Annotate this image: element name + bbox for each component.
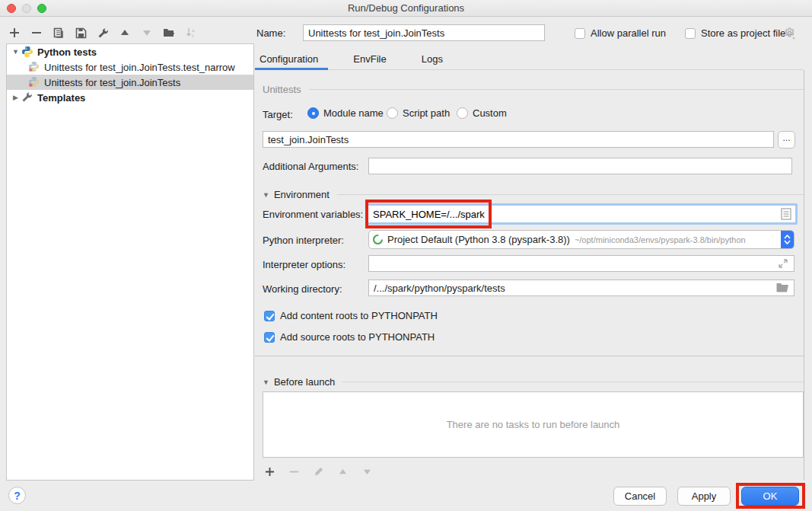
working-directory-input[interactable] [368, 279, 794, 296]
checkbox-unchecked[interactable] [685, 28, 696, 39]
edit-task-pencil-icon [311, 465, 325, 478]
radio-module-name[interactable]: Module name [307, 107, 384, 119]
sort-configurations-icon: az [184, 26, 198, 40]
unittests-section-title: Unittests [263, 84, 301, 95]
store-as-project-file-checkbox[interactable]: Store as project file [685, 27, 785, 39]
tree-item-templates[interactable]: ▶ Templates [7, 90, 253, 105]
additional-arguments-input[interactable] [368, 158, 792, 174]
radio-custom-label: Custom [473, 107, 507, 119]
tree-item-unittests-narrow[interactable]: Unittests for test_join.JoinTests.test_n… [7, 59, 253, 75]
target-input[interactable] [263, 131, 774, 148]
radio-module-name-label: Module name [323, 107, 384, 119]
add-task-button[interactable] [263, 465, 276, 478]
store-as-project-file-label: Store as project file [701, 27, 785, 39]
add-content-roots-checkbox[interactable]: Add content roots to PYTHONPATH [264, 310, 438, 321]
before-launch-section-header[interactable]: ▼ Before launch [263, 376, 804, 388]
wrench-icon [21, 91, 33, 104]
environment-variables-field[interactable] [366, 203, 798, 225]
add-source-roots-label: Add source roots to PYTHONPATH [280, 331, 435, 343]
working-directory-label: Working directory: [263, 283, 342, 295]
panel-right-border [804, 70, 804, 481]
move-up-icon[interactable] [118, 26, 132, 40]
interpreter-value: Project Default (Python 3.8 (pyspark-3.8… [384, 234, 781, 245]
edit-templates-wrench-icon[interactable] [96, 26, 110, 40]
window-title: Run/Debug Configurations [0, 2, 812, 14]
allow-parallel-run-label: Allow parallel run [591, 27, 666, 39]
move-task-up-icon [336, 465, 349, 478]
svg-text:z: z [192, 34, 194, 38]
interpreter-options-input[interactable] [368, 255, 794, 272]
interpreter-options-label: Interpreter options: [263, 259, 345, 270]
configurations-toolbar: az [8, 24, 198, 41]
environment-variables-label: Environment variables: [263, 209, 363, 220]
conda-env-icon [372, 234, 384, 245]
checkbox-checked[interactable] [264, 311, 275, 321]
chevron-down-icon[interactable]: ▼ [263, 378, 269, 386]
tab-logs[interactable]: Logs [417, 52, 447, 70]
help-button[interactable]: ? [8, 487, 26, 504]
radio-script-path[interactable]: Script path [387, 107, 450, 119]
tabs-divider [255, 69, 804, 70]
allow-parallel-run-checkbox[interactable]: Allow parallel run [575, 27, 666, 39]
expand-field-icon[interactable] [778, 258, 788, 271]
tree-item-label: Unittests for test_join.JoinTests [44, 77, 180, 88]
tree-item-unittests-jointests[interactable]: Unittests for test_join.JoinTests [7, 75, 253, 90]
tree-item-label: Templates [37, 92, 85, 104]
tree-item-python-tests[interactable]: ▼ Python tests [7, 44, 253, 59]
apply-button[interactable]: Apply [677, 487, 731, 506]
chevron-down-icon[interactable]: ▼ [11, 48, 20, 56]
section-rule [309, 89, 804, 90]
chevron-down-icon[interactable]: ▼ [263, 191, 269, 199]
unittests-section-header: Unittests [263, 84, 804, 95]
cancel-button[interactable]: Cancel [613, 487, 667, 506]
gear-icon[interactable] [783, 27, 797, 40]
python-test-icon [28, 61, 40, 73]
environment-variables-input[interactable] [368, 206, 781, 222]
remove-task-button [287, 465, 301, 478]
run-debug-configurations-dialog: Run/Debug Configurations az ▼ Pyt [0, 0, 812, 511]
dropdown-stepper-icon[interactable] [781, 230, 794, 249]
checkbox-checked[interactable] [264, 332, 275, 343]
move-down-icon [140, 26, 154, 40]
create-folder-icon[interactable] [162, 26, 176, 40]
section-rule [337, 194, 804, 195]
browse-env-variables-icon[interactable] [781, 208, 791, 220]
tree-item-label: Unittests for test_join.JoinTests.test_n… [44, 62, 235, 73]
python-interpreter-dropdown[interactable]: Project Default (Python 3.8 (pyspark-3.8… [368, 230, 794, 249]
remove-configuration-button[interactable] [30, 26, 43, 40]
interpreter-path: ~/opt/miniconda3/envs/pyspark-3.8/bin/py… [575, 235, 746, 244]
interpreter-name: Project Default (Python 3.8 (pyspark-3.8… [387, 234, 570, 245]
before-launch-task-list: There are no tasks to run before launch [263, 391, 804, 458]
name-input[interactable] [303, 24, 545, 41]
add-source-roots-checkbox[interactable]: Add source roots to PYTHONPATH [264, 331, 435, 343]
configurations-tree: ▼ Python tests Unittests for test_join.J… [6, 43, 254, 481]
add-content-roots-label: Add content roots to PYTHONPATH [280, 310, 438, 321]
before-launch-empty-text: There are no tasks to run before launch [447, 419, 620, 430]
radio-unselected-icon[interactable] [387, 107, 398, 119]
panel-bottom-border [255, 356, 804, 356]
add-configuration-button[interactable] [8, 26, 21, 40]
name-label: Name: [256, 27, 285, 39]
svg-text:a: a [192, 28, 195, 33]
python-interpreter-label: Python interpreter: [263, 235, 344, 246]
folder-icon[interactable] [776, 282, 789, 295]
browse-target-button[interactable]: ... [778, 131, 795, 149]
radio-custom[interactable]: Custom [457, 107, 507, 119]
python-test-icon [28, 76, 40, 88]
before-launch-title: Before launch [274, 376, 335, 388]
environment-section-title: Environment [274, 189, 330, 200]
environment-section-header[interactable]: ▼ Environment [263, 189, 804, 200]
before-launch-toolbar [263, 465, 374, 478]
checkbox-unchecked[interactable] [575, 28, 585, 39]
ok-button[interactable]: OK [741, 487, 799, 506]
move-task-down-icon [360, 465, 374, 478]
radio-selected-icon[interactable] [307, 107, 319, 119]
tree-item-label: Python tests [37, 46, 97, 58]
tab-envfile[interactable]: EnvFile [349, 52, 390, 70]
chevron-right-icon[interactable]: ▶ [11, 94, 20, 101]
save-configuration-icon[interactable] [74, 26, 88, 40]
radio-unselected-icon[interactable] [457, 107, 468, 119]
copy-configuration-icon[interactable] [52, 26, 65, 40]
title-bar: Run/Debug Configurations [0, 0, 812, 17]
section-rule [342, 382, 804, 382]
